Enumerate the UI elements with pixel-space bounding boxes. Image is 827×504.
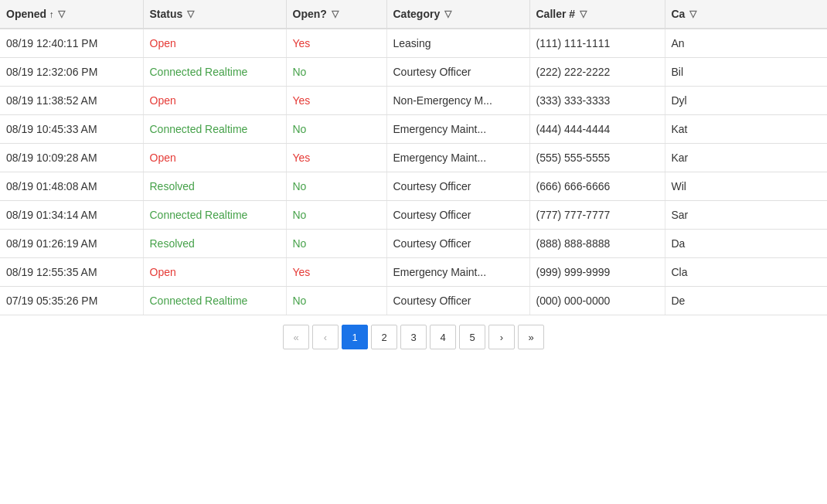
col-header-caller[interactable]: Caller # ▽ [529, 0, 665, 29]
table-row[interactable]: 08/19 10:45:33 AMConnected RealtimeNoEme… [0, 115, 827, 144]
cell-status: Connected Realtime [143, 201, 286, 230]
table-header-row: Opened ▽ Status ▽ Open? ▽ [0, 0, 827, 29]
cell-opened: 07/19 05:35:26 PM [0, 287, 143, 315]
cell-category: Courtesy Officer [386, 172, 529, 201]
col-header-ca[interactable]: Ca ▽ [665, 0, 827, 29]
col-caller-label: Caller # [536, 8, 576, 20]
cell-opened: 08/19 01:34:14 AM [0, 201, 143, 230]
col-ca-label: Ca [672, 8, 686, 20]
cell-open: No [286, 201, 386, 230]
table-row[interactable]: 08/19 01:48:08 AMResolvedNoCourtesy Offi… [0, 172, 827, 201]
pagination-next[interactable]: › [488, 325, 515, 349]
table-row[interactable]: 08/19 12:40:11 PMOpenYesLeasing(111) 111… [0, 29, 827, 58]
cell-caller: (000) 000-0000 [529, 287, 665, 315]
cell-category: Emergency Maint... [386, 144, 529, 172]
table-row[interactable]: 07/19 05:35:26 PMConnected RealtimeNoCou… [0, 287, 827, 315]
pagination-page-1[interactable]: 1 [342, 325, 368, 349]
cell-caller: (444) 444-4444 [529, 115, 665, 144]
calls-table: Opened ▽ Status ▽ Open? ▽ [0, 0, 827, 315]
cell-open: Yes [286, 144, 386, 172]
cell-status: Connected Realtime [143, 287, 286, 315]
cell-opened: 08/19 12:55:35 AM [0, 258, 143, 287]
cell-caller: (111) 111-1111 [529, 29, 665, 58]
cell-caller: (999) 999-9999 [529, 258, 665, 287]
cell-ca: An [665, 29, 827, 58]
col-category-label: Category [393, 8, 441, 20]
cell-status: Resolved [143, 172, 286, 201]
cell-open: No [286, 287, 386, 315]
cell-category: Courtesy Officer [386, 230, 529, 258]
col-header-opened[interactable]: Opened ▽ [0, 0, 143, 29]
col-header-category[interactable]: Category ▽ [386, 0, 529, 29]
cell-open: Yes [286, 29, 386, 58]
cell-open: No [286, 230, 386, 258]
col-status-label: Status [150, 8, 183, 20]
pagination-page-3[interactable]: 3 [400, 325, 427, 349]
cell-open: No [286, 58, 386, 87]
cell-opened: 08/19 01:26:19 AM [0, 230, 143, 258]
cell-status: Connected Realtime [143, 115, 286, 144]
cell-ca: Da [665, 230, 827, 258]
cell-category: Emergency Maint... [386, 115, 529, 144]
cell-status: Open [143, 29, 286, 58]
cell-status: Open [143, 144, 286, 172]
cell-category: Courtesy Officer [386, 201, 529, 230]
filter-icon-category[interactable]: ▽ [444, 9, 451, 19]
cell-opened: 08/19 12:40:11 PM [0, 29, 143, 58]
cell-ca: Dyl [665, 87, 827, 115]
cell-status: Connected Realtime [143, 58, 286, 87]
cell-opened: 08/19 10:45:33 AM [0, 115, 143, 144]
cell-opened: 08/19 12:32:06 PM [0, 58, 143, 87]
table-row[interactable]: 08/19 11:38:52 AMOpenYesNon-Emergency M.… [0, 87, 827, 115]
cell-open: Yes [286, 87, 386, 115]
col-header-open[interactable]: Open? ▽ [286, 0, 386, 29]
cell-status: Open [143, 87, 286, 115]
cell-category: Non-Emergency M... [386, 87, 529, 115]
cell-status: Resolved [143, 230, 286, 258]
filter-icon-status[interactable]: ▽ [187, 9, 194, 19]
filter-icon-open[interactable]: ▽ [332, 9, 339, 19]
pagination-last[interactable]: » [518, 325, 544, 349]
cell-category: Leasing [386, 29, 529, 58]
table-row[interactable]: 08/19 10:09:28 AMOpenYesEmergency Maint.… [0, 144, 827, 172]
cell-ca: Wil [665, 172, 827, 201]
cell-open: No [286, 172, 386, 201]
col-open-label: Open? [293, 8, 327, 20]
cell-ca: Kar [665, 144, 827, 172]
pagination-page-5[interactable]: 5 [459, 325, 485, 349]
cell-category: Emergency Maint... [386, 258, 529, 287]
cell-category: Courtesy Officer [386, 58, 529, 87]
cell-caller: (666) 666-6666 [529, 172, 665, 201]
col-opened-label: Opened [6, 8, 53, 20]
table-row[interactable]: 08/19 12:32:06 PMConnected RealtimeNoCou… [0, 58, 827, 87]
pagination-page-4[interactable]: 4 [430, 325, 456, 349]
cell-open: Yes [286, 258, 386, 287]
pagination-first[interactable]: « [283, 325, 309, 349]
cell-category: Courtesy Officer [386, 287, 529, 315]
table-body: 08/19 12:40:11 PMOpenYesLeasing(111) 111… [0, 29, 827, 315]
pagination-prev[interactable]: ‹ [312, 325, 339, 349]
cell-status: Open [143, 258, 286, 287]
cell-ca: De [665, 287, 827, 315]
cell-ca: Bil [665, 58, 827, 87]
filter-icon-opened[interactable]: ▽ [58, 9, 65, 19]
cell-caller: (555) 555-5555 [529, 144, 665, 172]
cell-caller: (777) 777-7777 [529, 201, 665, 230]
cell-caller: (222) 222-2222 [529, 58, 665, 87]
cell-caller: (333) 333-3333 [529, 87, 665, 115]
cell-opened: 08/19 11:38:52 AM [0, 87, 143, 115]
cell-open: No [286, 115, 386, 144]
cell-opened: 08/19 01:48:08 AM [0, 172, 143, 201]
main-table-container: Opened ▽ Status ▽ Open? ▽ [0, 0, 827, 359]
pagination-bar: « ‹ 1 2 3 4 5 › » [0, 315, 827, 359]
table-row[interactable]: 08/19 01:26:19 AMResolvedNoCourtesy Offi… [0, 230, 827, 258]
cell-ca: Kat [665, 115, 827, 144]
filter-icon-caller[interactable]: ▽ [580, 9, 587, 19]
col-header-status[interactable]: Status ▽ [143, 0, 286, 29]
cell-opened: 08/19 10:09:28 AM [0, 144, 143, 172]
table-row[interactable]: 08/19 12:55:35 AMOpenYesEmergency Maint.… [0, 258, 827, 287]
filter-icon-ca[interactable]: ▽ [689, 9, 696, 19]
table-row[interactable]: 08/19 01:34:14 AMConnected RealtimeNoCou… [0, 201, 827, 230]
cell-ca: Sar [665, 201, 827, 230]
pagination-page-2[interactable]: 2 [371, 325, 397, 349]
